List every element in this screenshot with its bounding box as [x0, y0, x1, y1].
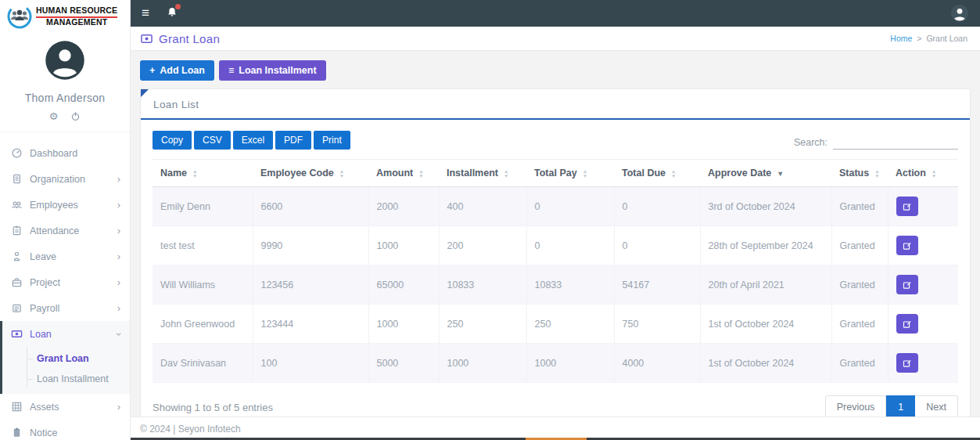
column-header-total-due[interactable]: Total Due▲▼ [614, 160, 700, 187]
sidebar-item-label: Dashboard [30, 148, 120, 159]
loan-submenu: Grant Loan Loan Installment [2, 347, 130, 394]
cell-code: 9990 [253, 226, 368, 265]
column-header-action[interactable]: Action▲▼ [888, 160, 958, 187]
copy-button[interactable]: Copy [153, 131, 192, 150]
column-header-total-pay[interactable]: Total Pay▲▼ [526, 160, 614, 187]
page-title: Grant Loan [140, 32, 220, 45]
table-row: Emily Denn 6600 2000 400 0 0 3rd of Octo… [153, 187, 958, 226]
notice-icon [11, 427, 23, 438]
sidebar-item-organization[interactable]: Organization › [0, 166, 130, 192]
column-header-employee-code[interactable]: Employee Code▲▼ [253, 160, 368, 187]
cell-code: 123444 [253, 305, 368, 344]
chevron-right-icon: › [117, 403, 120, 411]
sort-icon: ▲▼ [932, 169, 936, 179]
table-toolbar: Copy CSV Excel PDF Print Search: [153, 131, 958, 150]
hamburger-menu-icon[interactable]: ≡ [142, 5, 149, 21]
cell-total-pay: 0 [526, 226, 614, 265]
page-header: Grant Loan Home > Grant Loan [131, 27, 980, 51]
payroll-icon [11, 302, 23, 314]
logout-power-icon[interactable] [70, 111, 81, 121]
cell-name: Dav Srinivasan [153, 344, 253, 383]
loan-table: Name▲▼ Employee Code▲▼ Amount▲▼ Installm… [153, 159, 958, 383]
loan-installment-button[interactable]: ≡ Loan Installment [219, 60, 326, 81]
csv-button[interactable]: CSV [194, 131, 231, 150]
sidebar-item-assets[interactable]: Assets › [0, 394, 130, 420]
notification-badge [175, 4, 181, 9]
pdf-button[interactable]: PDF [275, 131, 311, 150]
add-loan-button[interactable]: + Add Loan [140, 60, 214, 81]
cell-status: Granted [831, 305, 888, 344]
chevron-down-icon: › [115, 332, 123, 335]
sidebar-item-attendance[interactable]: Attendance › [0, 218, 130, 243]
edit-loan-button[interactable] [896, 314, 918, 334]
edit-loan-button[interactable] [896, 197, 918, 216]
entries-info: Showing 1 to 5 of 5 entries [153, 402, 273, 413]
profile-avatar[interactable] [44, 39, 86, 81]
cell-name: John Greenwood [153, 305, 253, 344]
edit-loan-button[interactable] [896, 275, 918, 294]
edit-loan-button[interactable] [896, 236, 918, 255]
sidebar-item-label: Leave [30, 251, 110, 262]
sidebar-item-project[interactable]: Project › [0, 269, 130, 295]
chevron-right-icon: › [117, 305, 120, 312]
cell-amount: 65000 [368, 265, 439, 305]
column-header-name[interactable]: Name▲▼ [153, 160, 253, 187]
next-page-button[interactable]: Next [915, 395, 958, 417]
cell-total-pay: 250 [526, 305, 614, 344]
search-label: Search: [794, 137, 827, 148]
cell-approve-date: 20th of April 2021 [700, 265, 831, 305]
sidebar-item-payroll[interactable]: Payroll › [0, 295, 130, 321]
logo-people-icon [6, 3, 33, 30]
table-row: test test 9990 1000 200 0 0 28th of Sept… [153, 226, 958, 265]
employees-icon [11, 199, 23, 211]
cell-status: Granted [831, 344, 888, 383]
column-header-installment[interactable]: Installment▲▼ [439, 160, 526, 187]
sidebar-subitem-grant-loan[interactable]: Grant Loan [2, 348, 130, 369]
cell-code: 123456 [253, 265, 368, 305]
edit-icon [903, 202, 912, 211]
cell-total-pay: 10833 [526, 265, 614, 305]
sidebar-item-notice[interactable]: Notice [0, 420, 130, 440]
sidebar-item-label: Notice [30, 427, 120, 438]
sidebar-item-dashboard[interactable]: Dashboard [0, 140, 130, 166]
app-logo: HUMAN RESOURCE MANAGEMENT [0, 0, 130, 31]
cell-name: test test [153, 226, 253, 265]
print-button[interactable]: Print [314, 131, 350, 150]
sidebar-item-leave[interactable]: Leave › [0, 243, 130, 269]
cell-amount: 2000 [368, 187, 439, 226]
profile-name: Thom Anderson [0, 92, 130, 104]
sidebar: HUMAN RESOURCE MANAGEMENT Thom Anderson … [0, 0, 131, 440]
leave-icon [11, 251, 23, 262]
search-input[interactable] [833, 135, 958, 150]
excel-button[interactable]: Excel [233, 131, 273, 150]
previous-page-button[interactable]: Previous [825, 395, 887, 417]
column-header-status[interactable]: Status▲▼ [831, 160, 888, 187]
settings-gear-icon[interactable]: ⚙ [49, 110, 59, 122]
sidebar-nav: Dashboard Organization › Employees › Att… [0, 132, 130, 440]
edit-loan-button[interactable] [896, 353, 918, 373]
cell-amount: 1000 [368, 226, 439, 265]
breadcrumb-current: Grant Loan [926, 34, 967, 43]
breadcrumb-home-link[interactable]: Home [890, 34, 912, 43]
column-header-approve-date[interactable]: Approve Date▼ [700, 160, 831, 187]
cell-status: Granted [831, 226, 888, 265]
chevron-right-icon: › [117, 253, 120, 261]
cell-amount: 5000 [368, 344, 439, 383]
table-row: Will Williams 123456 65000 10833 10833 5… [153, 265, 958, 305]
sidebar-item-label: Payroll [30, 303, 110, 314]
pagination: Previous 1 Next [825, 395, 958, 417]
chevron-right-icon: › [117, 279, 120, 287]
page-1-button[interactable]: 1 [886, 395, 915, 417]
loan-installment-label: Loan Installment [239, 65, 316, 76]
sort-icon: ▲▼ [418, 169, 423, 179]
notifications-bell-icon[interactable] [167, 6, 178, 21]
sidebar-item-loan[interactable]: Loan › [2, 321, 130, 347]
topbar-user-avatar[interactable] [950, 4, 969, 23]
sidebar-subitem-loan-installment[interactable]: Loan Installment [2, 369, 130, 389]
sort-desc-icon: ▼ [777, 170, 784, 178]
main-area: ≡ Grant Loan Home > Grant Loan [131, 0, 980, 440]
cell-total-due: 4000 [614, 344, 700, 383]
breadcrumb-separator: > [917, 34, 921, 43]
sidebar-item-employees[interactable]: Employees › [0, 192, 130, 218]
column-header-amount[interactable]: Amount▲▼ [368, 160, 439, 187]
